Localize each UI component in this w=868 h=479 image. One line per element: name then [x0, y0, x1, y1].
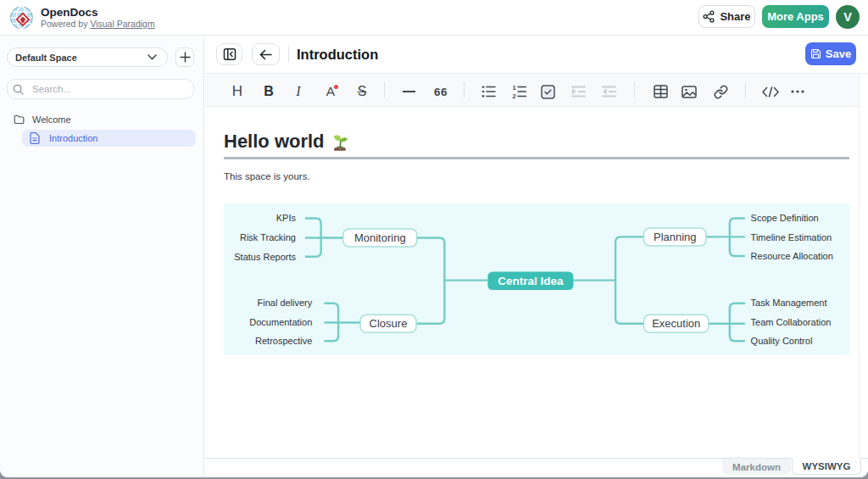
svg-text:KPIs: KPIs [276, 213, 297, 223]
svg-text:2: 2 [512, 92, 515, 98]
svg-text:Planning: Planning [654, 231, 697, 243]
svg-text:Quality Control: Quality Control [751, 336, 813, 346]
svg-text:Documentation: Documentation [249, 317, 312, 327]
svg-text:Execution: Execution [652, 317, 700, 330]
svg-text:Team Collaboration: Team Collaboration [751, 317, 832, 327]
svg-text:Monitoring: Monitoring [354, 231, 406, 244]
svg-text:Risk Tracking: Risk Tracking [240, 232, 296, 242]
svg-text:1: 1 [512, 85, 515, 92]
svg-text:Final delivery: Final delivery [257, 298, 312, 308]
svg-text:Task Management: Task Management [751, 298, 827, 308]
svg-text:Status Reports: Status Reports [234, 252, 296, 262]
svg-text:Retrospective: Retrospective [255, 336, 312, 346]
svg-text:Timeline Estimation: Timeline Estimation [751, 232, 832, 242]
svg-text:Resource Allocation: Resource Allocation [751, 251, 833, 261]
svg-text:Scope Definition: Scope Definition [751, 213, 819, 223]
svg-text:Closure: Closure [370, 317, 408, 330]
svg-text:Central Idea: Central Idea [498, 275, 564, 287]
